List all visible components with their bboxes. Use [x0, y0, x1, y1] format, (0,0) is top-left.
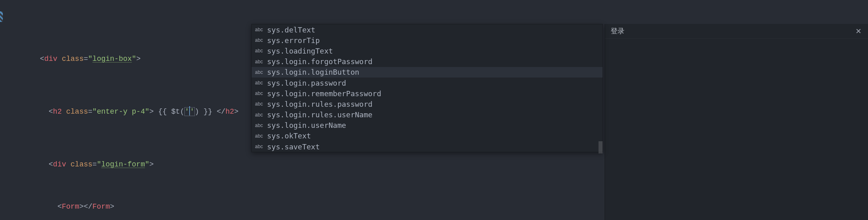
close-icon[interactable]: ✕: [853, 26, 864, 37]
suggestion-details-panel: 登录 ✕: [605, 24, 868, 220]
scrollbar-thumb[interactable]: [599, 141, 603, 153]
autocomplete-item[interactable]: abcsys.okText: [252, 131, 603, 141]
text-kind-icon: abc: [254, 48, 264, 54]
autocomplete-item-label: sys.loadingText: [267, 47, 333, 55]
attr-value: login-form: [101, 160, 145, 168]
autocomplete-item-label: sys.login.rules.password: [267, 100, 372, 108]
attr-value: enter-y p-4: [97, 108, 145, 116]
autocomplete-item[interactable]: abcsys.login.rules.userName: [252, 110, 603, 120]
autocomplete-popup[interactable]: abcsys.delTextabcsys.errorTipabcsys.load…: [251, 24, 603, 152]
panel-title: 登录: [611, 26, 853, 36]
autocomplete-item[interactable]: abcsys.login.password: [252, 78, 603, 88]
autocomplete-item[interactable]: abcsys.errorTip: [252, 35, 603, 45]
autocomplete-item-label: sys.login.forgotPassword: [267, 57, 372, 66]
text-kind-icon: abc: [254, 101, 264, 107]
autocomplete-item-label: sys.login.rememberPassword: [267, 89, 381, 98]
autocomplete-item-label: sys.delText: [267, 26, 315, 34]
autocomplete-item[interactable]: abcsys.login.userName: [252, 120, 603, 131]
text-kind-icon: abc: [254, 123, 264, 128]
text-kind-icon: abc: [254, 69, 264, 75]
text-kind-icon: abc: [254, 27, 264, 32]
autocomplete-item[interactable]: abcsys.delText: [252, 24, 603, 35]
mustache-open: {{ $t(: [154, 108, 184, 116]
text-kind-icon: abc: [254, 80, 264, 86]
text-kind-icon: abc: [254, 59, 264, 65]
autocomplete-item-label: sys.saveText: [267, 142, 320, 151]
autocomplete-item[interactable]: abcsys.login.rules.password: [252, 99, 603, 109]
autocomplete-item-label: sys.login.rules.userName: [267, 110, 372, 119]
text-kind-icon: abc: [254, 144, 264, 149]
attr-value: login-box: [92, 55, 132, 63]
text-kind-icon: abc: [254, 112, 264, 118]
autocomplete-item[interactable]: abcsys.saveText: [252, 141, 603, 152]
autocomplete-item-label: sys.okText: [267, 132, 311, 140]
autocomplete-item-label: sys.login.userName: [267, 121, 346, 129]
autocomplete-item[interactable]: abcsys.login.loginButton: [252, 67, 603, 78]
mustache-close: ) }}: [195, 108, 217, 116]
gutter-modified-indicator: [0, 11, 3, 22]
autocomplete-item[interactable]: abcsys.login.forgotPassword: [252, 56, 603, 67]
autocomplete-item[interactable]: abcsys.login.rememberPassword: [252, 88, 603, 99]
autocomplete-item-label: sys.login.password: [267, 79, 346, 87]
autocomplete-item-label: sys.login.loginButton: [267, 68, 359, 76]
autocomplete-item-label: sys.errorTip: [267, 36, 320, 45]
text-kind-icon: abc: [254, 133, 264, 139]
string-quote: ': [190, 107, 195, 116]
text-kind-icon: abc: [254, 37, 264, 43]
text-kind-icon: abc: [254, 91, 264, 96]
autocomplete-item[interactable]: abcsys.loadingText: [252, 45, 603, 56]
